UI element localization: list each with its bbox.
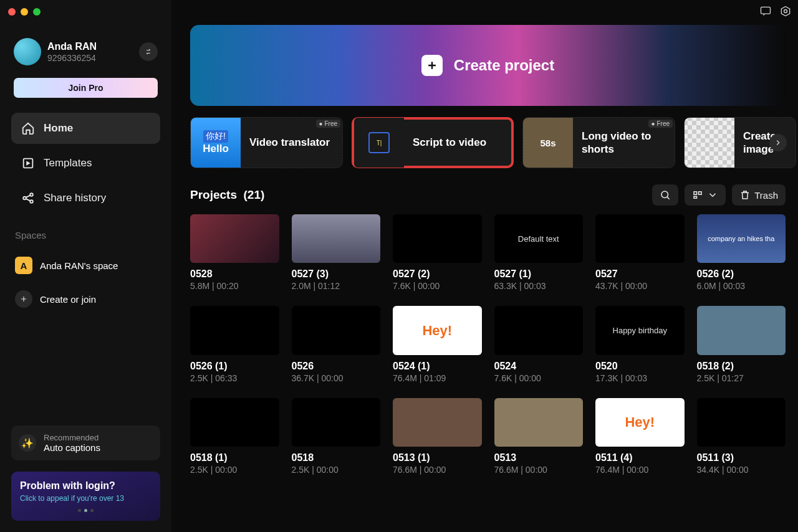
nav-share-history[interactable]: Share history [11, 183, 160, 214]
user-profile[interactable]: Anda RAN 9296336254 [11, 34, 160, 69]
project-name: 0524 (1) [393, 361, 482, 372]
project-card[interactable]: 0526 36.7K | 00:00 [292, 306, 381, 382]
space-badge: A [15, 257, 32, 274]
project-meta: 36.7K | 00:00 [292, 373, 381, 383]
project-name: 0526 (1) [190, 361, 279, 372]
project-card[interactable]: company an hikes tha 0526 (2) 6.0M | 00:… [697, 214, 786, 291]
settings-icon[interactable] [779, 5, 792, 20]
close-window-icon[interactable] [8, 8, 16, 16]
project-card[interactable]: Default text 0527 (1) 63.3K | 00:03 [494, 214, 584, 291]
project-thumbnail [292, 306, 381, 354]
project-name: 0513 (1) [393, 452, 482, 463]
project-meta: 76.6M | 00:00 [494, 465, 584, 475]
project-name: 0528 [190, 268, 279, 280]
login-help-card[interactable]: Problem with login? Click to appeal if y… [11, 472, 160, 521]
project-thumbnail [393, 214, 482, 263]
project-card[interactable]: 0511 (3) 34.4K | 00:00 [697, 398, 786, 475]
project-card[interactable]: 0524 7.6K | 00:00 [494, 306, 584, 382]
svg-rect-9 [694, 196, 697, 198]
free-tag: ● Free [648, 120, 673, 128]
project-thumbnail [292, 398, 381, 447]
avatar [14, 38, 41, 65]
svg-rect-8 [699, 192, 702, 195]
sidebar-space-item[interactable]: A Anda RAN's space [11, 250, 160, 280]
nav-home[interactable]: Home [11, 113, 160, 144]
login-help-subtitle: Click to appeal if you're over 13 [20, 494, 151, 504]
tool-thumb: 你好! Hello [191, 118, 241, 168]
create-or-join-space[interactable]: Create or join [11, 284, 160, 314]
project-card[interactable]: 0518 2.5K | 00:00 [292, 398, 381, 475]
maximize-window-icon[interactable] [33, 8, 41, 16]
nav-share-history-label: Share history [44, 192, 106, 204]
project-name: 0526 [292, 361, 381, 372]
project-name: 0524 [494, 361, 584, 372]
project-thumbnail: Hey! [393, 306, 482, 354]
project-name: 0511 (3) [697, 452, 786, 463]
tool-long-video-to-shorts[interactable]: 58s Long video to shorts ● Free [522, 117, 675, 168]
project-meta: 76.4M | 00:00 [595, 465, 685, 475]
tools-next-button[interactable] [769, 134, 787, 151]
project-meta: 76.6M | 00:00 [393, 465, 482, 475]
project-meta: 2.5K | 00:00 [190, 465, 279, 475]
project-card[interactable]: Hey! 0524 (1) 76.4M | 01:09 [393, 306, 482, 382]
tool-script-to-video[interactable]: T| Script to video [352, 117, 514, 168]
search-button[interactable] [652, 184, 678, 206]
create-project-button[interactable]: Create project [190, 25, 786, 106]
project-card[interactable]: 0528 5.8M | 00:20 [190, 214, 279, 291]
plus-icon [15, 290, 32, 308]
tool-thumb: T| [354, 118, 404, 168]
tool-thumb: 58s [523, 118, 573, 168]
view-toggle-button[interactable] [685, 184, 726, 206]
minimize-window-icon[interactable] [21, 8, 28, 16]
carousel-dots [20, 509, 151, 512]
project-name: 0527 (3) [292, 268, 381, 280]
project-meta: 17.3K | 00:03 [595, 373, 685, 383]
nav-templates[interactable]: Templates [11, 148, 160, 179]
project-thumbnail [190, 306, 279, 354]
user-name: Anda RAN [47, 41, 97, 52]
nav-home-label: Home [44, 122, 73, 135]
feedback-icon[interactable] [759, 5, 772, 20]
free-tag: ● Free [316, 120, 340, 128]
project-card[interactable]: 0513 76.6M | 00:00 [494, 398, 584, 475]
project-thumbnail: Default text [494, 214, 584, 263]
project-card[interactable]: Hey! 0511 (4) 76.4M | 00:00 [595, 398, 685, 475]
svg-point-1 [784, 10, 787, 13]
project-card[interactable]: 0526 (1) 2.5K | 06:33 [190, 306, 279, 382]
tool-label: Long video to shorts [573, 130, 675, 156]
window-traffic-lights[interactable] [8, 8, 41, 16]
projects-grid: 0528 5.8M | 00:20 0527 (3) 2.0M | 01:12 … [190, 214, 786, 475]
project-card[interactable]: 0518 (1) 2.5K | 00:00 [190, 398, 279, 475]
project-name: 0527 (2) [393, 268, 482, 280]
project-name: 0513 [494, 452, 584, 463]
project-card[interactable]: Happy birthday 0520 17.3K | 00:03 [595, 306, 685, 382]
project-card[interactable]: 0527 43.7K | 00:00 [595, 214, 685, 291]
svg-rect-0 [761, 7, 771, 14]
project-meta: 34.4K | 00:00 [697, 465, 786, 475]
join-pro-button[interactable]: Join Pro [14, 78, 158, 98]
login-help-title: Problem with login? [20, 480, 151, 492]
recommended-card[interactable]: ✨ Recommended Auto captions [11, 425, 160, 460]
main-content: Create project 你好! Hello Video translato… [171, 0, 798, 532]
project-card[interactable]: 0513 (1) 76.6M | 00:00 [393, 398, 482, 475]
project-name: 0526 (2) [697, 268, 786, 280]
svg-point-6 [661, 191, 668, 198]
sparkle-icon: ✨ [19, 434, 36, 452]
svg-rect-7 [694, 192, 697, 195]
project-name: 0511 (4) [595, 452, 685, 463]
switch-account-button[interactable] [139, 42, 158, 61]
project-thumbnail [494, 398, 584, 447]
project-name: 0527 [595, 268, 685, 280]
project-meta: 2.5K | 01:27 [697, 373, 786, 383]
project-card[interactable]: 0518 (2) 2.5K | 01:27 [697, 306, 786, 382]
project-thumbnail: Happy birthday [595, 306, 685, 354]
project-thumbnail [697, 306, 786, 354]
recommended-label: Recommended [44, 433, 100, 442]
project-card[interactable]: 0527 (3) 2.0M | 01:12 [292, 214, 381, 291]
project-thumbnail [292, 214, 381, 263]
space-name: Anda RAN's space [40, 260, 118, 271]
project-thumbnail [697, 398, 786, 447]
trash-button[interactable]: Trash [732, 184, 786, 206]
tool-video-translator[interactable]: 你好! Hello Video translator ● Free [190, 117, 343, 168]
project-card[interactable]: 0527 (2) 7.6K | 00:00 [393, 214, 482, 291]
